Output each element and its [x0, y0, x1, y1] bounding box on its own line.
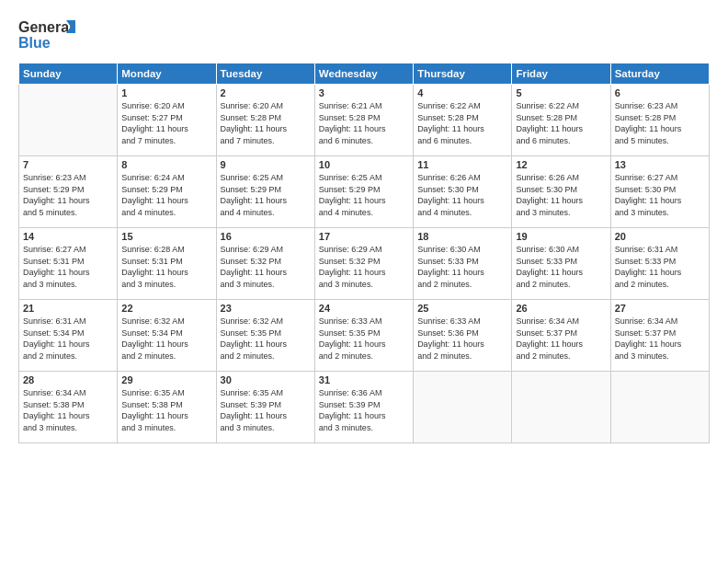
day-number: 22 — [121, 303, 211, 314]
calendar-cell: 18Sunrise: 6:30 AMSunset: 5:33 PMDayligh… — [414, 228, 512, 300]
calendar-cell: 30Sunrise: 6:35 AMSunset: 5:39 PMDayligh… — [216, 372, 314, 443]
day-info: Sunrise: 6:34 AMSunset: 5:37 PMDaylight:… — [516, 316, 606, 362]
calendar-cell: 28Sunrise: 6:34 AMSunset: 5:38 PMDayligh… — [19, 372, 118, 443]
day-info: Sunrise: 6:23 AMSunset: 5:29 PMDaylight:… — [23, 172, 113, 218]
day-number: 16 — [221, 231, 311, 242]
day-info: Sunrise: 6:31 AMSunset: 5:34 PMDaylight:… — [23, 316, 113, 362]
calendar-cell: 4Sunrise: 6:22 AMSunset: 5:28 PMDaylight… — [414, 85, 512, 156]
day-info: Sunrise: 6:27 AMSunset: 5:30 PMDaylight:… — [615, 172, 705, 218]
calendar-cell — [414, 372, 512, 443]
day-number: 26 — [516, 303, 606, 314]
day-number: 13 — [615, 159, 705, 170]
day-number: 31 — [319, 374, 409, 385]
page: GeneralBlue SundayMondayTuesdayWednesday… — [0, 0, 728, 563]
calendar-cell: 19Sunrise: 6:30 AMSunset: 5:33 PMDayligh… — [512, 228, 610, 300]
day-info: Sunrise: 6:23 AMSunset: 5:28 PMDaylight:… — [615, 100, 705, 146]
day-info: Sunrise: 6:22 AMSunset: 5:28 PMDaylight:… — [516, 100, 606, 146]
calendar-cell: 17Sunrise: 6:29 AMSunset: 5:32 PMDayligh… — [314, 228, 413, 300]
day-info: Sunrise: 6:29 AMSunset: 5:32 PMDaylight:… — [221, 244, 311, 290]
day-info: Sunrise: 6:22 AMSunset: 5:28 PMDaylight:… — [417, 100, 507, 146]
day-header-wednesday: Wednesday — [314, 63, 413, 85]
logo-svg: GeneralBlue — [18, 17, 83, 53]
calendar-cell: 5Sunrise: 6:22 AMSunset: 5:28 PMDaylight… — [512, 85, 610, 156]
day-info: Sunrise: 6:36 AMSunset: 5:39 PMDaylight:… — [319, 387, 409, 433]
calendar-cell: 10Sunrise: 6:25 AMSunset: 5:29 PMDayligh… — [314, 156, 413, 228]
calendar-cell: 7Sunrise: 6:23 AMSunset: 5:29 PMDaylight… — [19, 156, 118, 228]
week-row-3: 14Sunrise: 6:27 AMSunset: 5:31 PMDayligh… — [19, 228, 710, 300]
day-info: Sunrise: 6:20 AMSunset: 5:28 PMDaylight:… — [221, 100, 311, 146]
calendar-cell: 23Sunrise: 6:32 AMSunset: 5:35 PMDayligh… — [216, 300, 314, 372]
calendar-cell: 9Sunrise: 6:25 AMSunset: 5:29 PMDaylight… — [216, 156, 314, 228]
day-info: Sunrise: 6:26 AMSunset: 5:30 PMDaylight:… — [417, 172, 507, 218]
day-number: 20 — [615, 231, 705, 242]
calendar-cell — [19, 85, 118, 156]
day-number: 29 — [121, 374, 211, 385]
calendar-cell: 3Sunrise: 6:21 AMSunset: 5:28 PMDaylight… — [314, 85, 413, 156]
day-number: 12 — [516, 159, 606, 170]
day-info: Sunrise: 6:26 AMSunset: 5:30 PMDaylight:… — [516, 172, 606, 218]
calendar-cell — [610, 372, 709, 443]
week-row-1: 1Sunrise: 6:20 AMSunset: 5:27 PMDaylight… — [19, 85, 710, 156]
calendar-cell: 22Sunrise: 6:32 AMSunset: 5:34 PMDayligh… — [118, 300, 216, 372]
day-info: Sunrise: 6:34 AMSunset: 5:38 PMDaylight:… — [23, 387, 113, 433]
day-header-thursday: Thursday — [414, 63, 512, 85]
week-row-5: 28Sunrise: 6:34 AMSunset: 5:38 PMDayligh… — [19, 372, 710, 443]
day-number: 24 — [319, 303, 409, 314]
day-number: 25 — [417, 303, 507, 314]
day-number: 27 — [615, 303, 705, 314]
day-number: 1 — [121, 87, 211, 98]
day-info: Sunrise: 6:31 AMSunset: 5:33 PMDaylight:… — [615, 244, 705, 290]
day-number: 11 — [417, 159, 507, 170]
day-number: 23 — [221, 303, 311, 314]
day-info: Sunrise: 6:24 AMSunset: 5:29 PMDaylight:… — [121, 172, 211, 218]
day-info: Sunrise: 6:30 AMSunset: 5:33 PMDaylight:… — [516, 244, 606, 290]
day-info: Sunrise: 6:30 AMSunset: 5:33 PMDaylight:… — [417, 244, 507, 290]
day-header-tuesday: Tuesday — [216, 63, 314, 85]
day-number: 15 — [121, 231, 211, 242]
day-number: 9 — [221, 159, 311, 170]
day-number: 4 — [417, 87, 507, 98]
day-header-sunday: Sunday — [19, 63, 118, 85]
day-info: Sunrise: 6:25 AMSunset: 5:29 PMDaylight:… — [319, 172, 409, 218]
day-number: 8 — [121, 159, 211, 170]
day-number: 5 — [516, 87, 606, 98]
calendar-cell: 1Sunrise: 6:20 AMSunset: 5:27 PMDaylight… — [118, 85, 216, 156]
day-info: Sunrise: 6:29 AMSunset: 5:32 PMDaylight:… — [319, 244, 409, 290]
day-info: Sunrise: 6:33 AMSunset: 5:36 PMDaylight:… — [417, 316, 507, 362]
day-info: Sunrise: 6:35 AMSunset: 5:39 PMDaylight:… — [221, 387, 311, 433]
calendar-cell: 29Sunrise: 6:35 AMSunset: 5:38 PMDayligh… — [118, 372, 216, 443]
day-number: 21 — [23, 303, 113, 314]
calendar-cell: 6Sunrise: 6:23 AMSunset: 5:28 PMDaylight… — [610, 85, 709, 156]
day-number: 2 — [221, 87, 311, 98]
calendar-cell — [512, 372, 610, 443]
day-number: 14 — [23, 231, 113, 242]
calendar-table: SundayMondayTuesdayWednesdayThursdayFrid… — [18, 63, 710, 443]
calendar-cell: 27Sunrise: 6:34 AMSunset: 5:37 PMDayligh… — [610, 300, 709, 372]
calendar-cell: 21Sunrise: 6:31 AMSunset: 5:34 PMDayligh… — [19, 300, 118, 372]
calendar-cell: 25Sunrise: 6:33 AMSunset: 5:36 PMDayligh… — [414, 300, 512, 372]
day-number: 28 — [23, 374, 113, 385]
calendar-cell: 20Sunrise: 6:31 AMSunset: 5:33 PMDayligh… — [610, 228, 709, 300]
calendar-cell: 11Sunrise: 6:26 AMSunset: 5:30 PMDayligh… — [414, 156, 512, 228]
week-row-4: 21Sunrise: 6:31 AMSunset: 5:34 PMDayligh… — [19, 300, 710, 372]
calendar-cell: 8Sunrise: 6:24 AMSunset: 5:29 PMDaylight… — [118, 156, 216, 228]
day-header-friday: Friday — [512, 63, 610, 85]
day-info: Sunrise: 6:28 AMSunset: 5:31 PMDaylight:… — [121, 244, 211, 290]
week-row-2: 7Sunrise: 6:23 AMSunset: 5:29 PMDaylight… — [19, 156, 710, 228]
header: GeneralBlue — [18, 17, 710, 53]
calendar-cell: 12Sunrise: 6:26 AMSunset: 5:30 PMDayligh… — [512, 156, 610, 228]
calendar-cell: 26Sunrise: 6:34 AMSunset: 5:37 PMDayligh… — [512, 300, 610, 372]
day-number: 17 — [319, 231, 409, 242]
day-number: 10 — [319, 159, 409, 170]
day-info: Sunrise: 6:21 AMSunset: 5:28 PMDaylight:… — [319, 100, 409, 146]
day-info: Sunrise: 6:32 AMSunset: 5:34 PMDaylight:… — [121, 316, 211, 362]
day-info: Sunrise: 6:32 AMSunset: 5:35 PMDaylight:… — [221, 316, 311, 362]
day-info: Sunrise: 6:25 AMSunset: 5:29 PMDaylight:… — [221, 172, 311, 218]
calendar-cell: 16Sunrise: 6:29 AMSunset: 5:32 PMDayligh… — [216, 228, 314, 300]
day-info: Sunrise: 6:33 AMSunset: 5:35 PMDaylight:… — [319, 316, 409, 362]
day-info: Sunrise: 6:35 AMSunset: 5:38 PMDaylight:… — [121, 387, 211, 433]
calendar-cell: 31Sunrise: 6:36 AMSunset: 5:39 PMDayligh… — [314, 372, 413, 443]
day-info: Sunrise: 6:34 AMSunset: 5:37 PMDaylight:… — [615, 316, 705, 362]
day-header-monday: Monday — [118, 63, 216, 85]
calendar-cell: 13Sunrise: 6:27 AMSunset: 5:30 PMDayligh… — [610, 156, 709, 228]
